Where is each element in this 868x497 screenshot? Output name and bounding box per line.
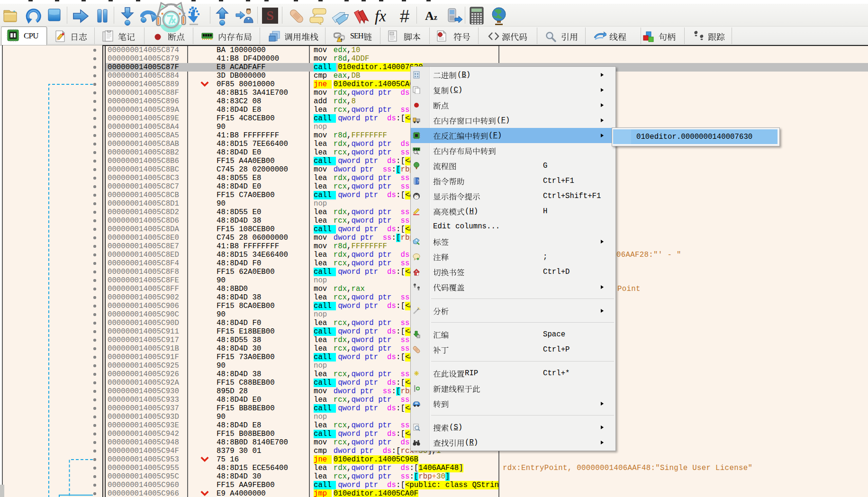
svg-text:S: S: [266, 8, 274, 23]
svg-text:?: ?: [417, 179, 419, 184]
